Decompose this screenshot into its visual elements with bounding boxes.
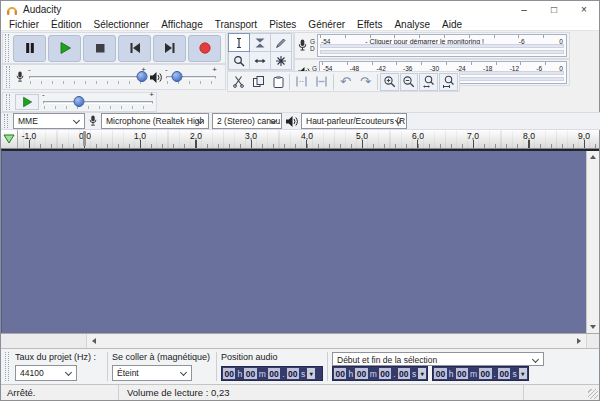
- toolbar-grip[interactable]: [6, 94, 10, 110]
- toolbar-dock: G D -54 - Cliquer pour démarrer le monit…: [1, 31, 599, 130]
- toolbar-grip[interactable]: [5, 34, 9, 62]
- scroll-left-button[interactable]: [87, 334, 101, 348]
- toolbar-grip[interactable]: [6, 66, 10, 88]
- scrollbar-track[interactable]: [101, 334, 572, 348]
- recording-meter-toolbar[interactable]: G D -54 - Cliquer pour démarrer le monit…: [294, 32, 570, 59]
- zoom-to-project-button[interactable]: [439, 73, 458, 91]
- envelope-tool-icon: [254, 37, 266, 49]
- play-at-speed-button[interactable]: [15, 94, 39, 110]
- time-format-dropdown-icon[interactable]: ▾: [307, 368, 315, 379]
- menu-affichage[interactable]: Affichage: [155, 19, 209, 30]
- menu-fichier[interactable]: Fichier: [3, 19, 45, 30]
- time-unit: .: [392, 368, 396, 379]
- copy-button[interactable]: [249, 73, 268, 91]
- playback-volume-thumb[interactable]: [171, 71, 182, 82]
- time-format-dropdown-icon[interactable]: ▾: [418, 368, 426, 379]
- playback-volume-slider[interactable]: - +: [165, 66, 217, 88]
- multi-tool-icon: [275, 55, 287, 67]
- vertical-scrollbar[interactable]: [586, 151, 599, 333]
- project-rate-dropdown[interactable]: 44100: [15, 365, 77, 381]
- menu-generer[interactable]: Générer: [302, 19, 351, 30]
- audio-position-field[interactable]: 00 h 00 m 00 . 00 s ▾: [221, 366, 323, 381]
- selection-end-field[interactable]: 00 h 00 m 00 . 00 s ▾: [432, 366, 528, 381]
- minimize-button[interactable]: –: [509, 1, 539, 18]
- envelope-tool-button[interactable]: [249, 33, 271, 52]
- selection-start-field[interactable]: 00 h 00 m 00 . 00 s ▾: [332, 366, 428, 381]
- recording-volume-slider[interactable]: - +: [28, 66, 146, 88]
- maximize-button[interactable]: □: [539, 1, 569, 18]
- cut-button[interactable]: [229, 73, 248, 91]
- slider-track[interactable]: [43, 101, 153, 104]
- scroll-left-icon: [92, 338, 96, 344]
- recording-channels-dropdown[interactable]: 2 (Stereo) canau: [212, 113, 282, 129]
- playback-device-dropdown[interactable]: Haut-parleur/Ecouteurs (R: [301, 113, 407, 129]
- selection-tool-button[interactable]: [228, 33, 250, 52]
- paste-button[interactable]: [269, 73, 288, 91]
- selection-range-value: Début et fin de la sélection: [337, 355, 437, 365]
- skip-to-start-icon: [128, 41, 142, 55]
- menu-transport[interactable]: Transport: [209, 19, 263, 30]
- menu-pistes[interactable]: Pistes: [263, 19, 302, 30]
- time-digits: 00: [355, 368, 367, 379]
- tools-toolbar: [227, 32, 294, 71]
- time-unit: .: [281, 368, 285, 379]
- trim-audio-button[interactable]: [292, 73, 311, 91]
- play-button[interactable]: [48, 35, 81, 62]
- toolbar-grip[interactable]: [4, 114, 8, 128]
- recording-device-dropdown[interactable]: Microphone (Realtek High: [101, 113, 209, 129]
- snap-to-dropdown[interactable]: Éteint: [112, 365, 192, 381]
- timeline-options-button[interactable]: [1, 130, 18, 148]
- toolbar-separator: [107, 352, 108, 381]
- redo-button[interactable]: ↷: [356, 73, 375, 91]
- slider-track[interactable]: [29, 76, 145, 79]
- resize-grip[interactable]: [523, 385, 599, 400]
- silence-audio-button[interactable]: [312, 73, 331, 91]
- zoom-out-button[interactable]: [400, 73, 419, 91]
- audio-position-label: Position audio: [221, 352, 323, 362]
- cut-icon: [232, 75, 245, 88]
- skip-to-start-button[interactable]: [118, 35, 151, 62]
- slider-min-label: -: [42, 91, 45, 99]
- chevron-down-icon: [73, 117, 80, 124]
- scroll-up-icon[interactable]: [590, 155, 596, 159]
- speed-thumb[interactable]: [73, 96, 84, 107]
- speaker-icon: [285, 115, 298, 128]
- zoom-tool-button[interactable]: [228, 51, 250, 70]
- scroll-right-button[interactable]: [572, 334, 586, 348]
- skip-to-end-button[interactable]: [153, 35, 186, 62]
- undo-button[interactable]: ↶: [336, 73, 355, 91]
- playback-speed-slider[interactable]: - +: [42, 91, 154, 113]
- draw-tool-button[interactable]: [270, 33, 292, 52]
- menu-selectionner[interactable]: Sélectionner: [88, 19, 156, 30]
- audio-host-dropdown[interactable]: MME: [13, 113, 85, 129]
- transport-state: Arrêté.: [1, 385, 119, 400]
- time-unit: h: [347, 368, 354, 379]
- timeline-ruler[interactable]: -1,0 0,0 1,0 2,0 3,0 4,0 5,0 6,0 7,0 8,0…: [1, 130, 599, 149]
- time-shift-tool-button[interactable]: [249, 51, 271, 70]
- recording-meter[interactable]: -54 - Cliquer pour démarrer le monitorin…: [317, 34, 567, 57]
- scroll-down-icon[interactable]: [590, 325, 596, 329]
- menu-edition[interactable]: Édition: [45, 19, 88, 30]
- menu-aide[interactable]: Aide: [436, 19, 468, 30]
- zoom-in-button[interactable]: [380, 73, 399, 91]
- menu-bar: Fichier Édition Sélectionner Affichage T…: [1, 18, 599, 31]
- ruler-label: 1,0: [134, 131, 146, 141]
- ruler-label: 3,0: [245, 131, 257, 141]
- recording-volume-thumb[interactable]: [137, 71, 148, 82]
- track-area[interactable]: [1, 149, 599, 333]
- draw-tool-icon: [275, 37, 287, 49]
- menu-effets[interactable]: Effets: [351, 19, 388, 30]
- menu-analyse[interactable]: Analyse: [388, 19, 436, 30]
- zoom-to-selection-button[interactable]: [419, 73, 438, 91]
- selection-range-dropdown[interactable]: Début et fin de la sélection: [332, 352, 544, 366]
- horizontal-scrollbar[interactable]: [1, 333, 599, 348]
- multi-tool-button[interactable]: [270, 51, 292, 70]
- record-button[interactable]: [188, 35, 221, 62]
- stop-button[interactable]: [83, 35, 116, 62]
- time-format-dropdown-icon[interactable]: ▾: [519, 368, 527, 379]
- pause-icon: [23, 41, 37, 55]
- close-button[interactable]: ×: [569, 1, 599, 18]
- toolbar-separator: [377, 74, 378, 90]
- toolbar-grip[interactable]: [5, 352, 9, 381]
- pause-button[interactable]: [13, 35, 46, 62]
